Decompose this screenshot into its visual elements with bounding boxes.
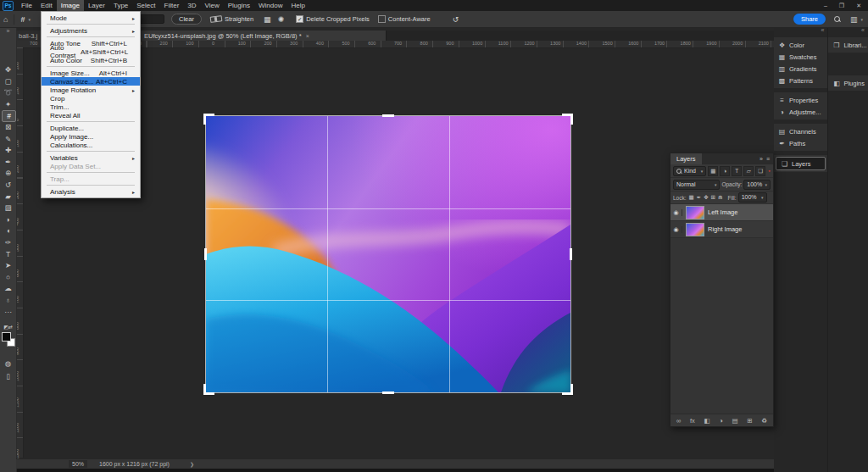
dock-panel-paths[interactable]: ✒Paths <box>774 137 827 149</box>
crop-settings-gear-icon[interactable]: ✺ <box>278 15 285 24</box>
menubar-item-image[interactable]: Image <box>57 0 84 11</box>
layer-row[interactable]: ◉ Right Image <box>670 221 773 238</box>
crop-handle-right[interactable] <box>570 248 572 260</box>
menubar-item-edit[interactable]: Edit <box>36 0 57 11</box>
menubar-item-help[interactable]: Help <box>287 0 309 11</box>
layer-visibility-eye-icon[interactable]: ◉ <box>670 209 682 216</box>
menu-item-image-size[interactable]: Image Size...Alt+Ctrl+I <box>42 69 140 77</box>
frame-tool[interactable]: ⊠ <box>2 122 14 132</box>
marquee-tool[interactable]: ▢ <box>2 76 14 86</box>
filter-type-icon[interactable]: ▦ <box>708 166 718 176</box>
shape-tool[interactable]: ○ <box>2 272 14 282</box>
search-icon[interactable] <box>834 16 840 22</box>
layer-effects-icon[interactable]: fx <box>690 417 695 425</box>
menubar-item-plugins[interactable]: Plugins <box>224 0 254 11</box>
crop-handle-left[interactable] <box>204 248 207 260</box>
eyedropper-tool[interactable]: ✎ <box>2 134 14 144</box>
zoom-tool[interactable]: ♁ <box>2 295 14 305</box>
menubar-item-window[interactable]: Window <box>254 0 287 11</box>
menu-item-apply-data-set[interactable]: Apply Data Set... <box>42 162 140 170</box>
blend-mode-dropdown[interactable]: Normal ▾ <box>673 180 720 190</box>
path-selection-tool[interactable]: ➤ <box>2 260 14 270</box>
dock-panel-patterns[interactable]: ▩Patterns <box>774 75 827 86</box>
menu-item-reveal-all[interactable]: Reveal All <box>42 111 140 119</box>
menu-item-auto-color[interactable]: Auto ColorShift+Ctrl+B <box>42 56 140 64</box>
menu-item-calculations[interactable]: Calculations... <box>42 141 140 149</box>
dock-panel-properties[interactable]: ≡Properties <box>774 94 827 106</box>
clone-stamp-tool[interactable]: ⊕ <box>2 168 14 178</box>
restore-button-icon[interactable]: ❐ <box>839 3 844 9</box>
menubar-item-layer[interactable]: Layer <box>84 0 109 11</box>
swap-colors-icon[interactable]: ◩⇄ <box>2 321 14 331</box>
menu-item-adjustments[interactable]: Adjustments▸ <box>42 26 140 35</box>
delete-layer-icon[interactable]: ♻ <box>761 417 767 425</box>
straighten-icon[interactable] <box>209 15 222 23</box>
menubar-item-3d[interactable]: 3D <box>183 0 200 11</box>
layer-thumbnail[interactable] <box>686 223 704 236</box>
layers-panel-tab[interactable]: Layers <box>670 153 702 164</box>
foreground-color-swatch[interactable] <box>2 332 11 342</box>
status-options-chevron-icon[interactable]: ❯ <box>190 461 194 467</box>
brush-tool[interactable]: ✒ <box>2 157 14 167</box>
crop-handle-bottom[interactable] <box>382 391 394 394</box>
menu-item-image-rotation[interactable]: Image Rotation▸ <box>42 86 140 94</box>
layer-visibility-eye-icon[interactable]: ◉ <box>670 226 682 233</box>
filter-type-icon[interactable]: ▱ <box>743 166 754 176</box>
close-button-icon[interactable]: ✕ <box>856 3 861 9</box>
filter-kind-dropdown[interactable]: Kind ▾ <box>673 166 706 176</box>
move-tool[interactable]: ✥ <box>2 64 14 75</box>
dodge-tool[interactable]: ◖ <box>2 225 14 236</box>
workspace-icon[interactable]: ▥ <box>850 15 858 24</box>
menubar-item-file[interactable]: File <box>17 0 36 11</box>
close-tab-icon[interactable]: × <box>306 33 309 39</box>
panel-menu-icon[interactable]: ≡ <box>766 156 770 162</box>
lock-option-icon[interactable]: ⊞ <box>710 194 716 201</box>
crop-handle-top[interactable] <box>382 114 394 117</box>
dock-panel-gradients[interactable]: ▥Gradients <box>774 63 827 75</box>
pen-tool[interactable]: ✑ <box>2 237 14 247</box>
filter-type-icon[interactable]: T <box>732 166 742 176</box>
crop-handle-top-left[interactable] <box>203 114 214 125</box>
fill-dropdown[interactable]: 100% ▾ <box>738 192 767 203</box>
menubar-item-select[interactable]: Select <box>132 0 159 11</box>
menu-item-analysis[interactable]: Analysis▸ <box>42 187 140 196</box>
crop-tool[interactable]: # <box>2 110 16 122</box>
share-button[interactable]: Share <box>793 14 826 25</box>
collapse-dock-icon[interactable]: « <box>774 27 827 37</box>
blur-tool[interactable]: ◗ <box>2 214 14 225</box>
crop-handle-top-right[interactable] <box>562 114 573 125</box>
menu-item-duplicate[interactable]: Duplicate... <box>42 124 140 132</box>
healing-brush-tool[interactable]: ✚ <box>2 145 14 155</box>
clear-button[interactable]: Clear <box>171 14 202 25</box>
collapse-tools-icon[interactable]: » <box>0 28 16 34</box>
dock-panel-adjustme[interactable]: ◑Adjustme... <box>774 106 827 118</box>
screen-mode-icon[interactable]: ▯ <box>2 371 14 381</box>
menu-item-mode[interactable]: Mode▸ <box>42 14 140 22</box>
dock-panel-plugins[interactable]: ◧Plugins <box>828 77 868 89</box>
crop-tool-icon[interactable]: # <box>20 15 25 24</box>
menu-item-trap[interactable]: Trap... <box>42 175 140 183</box>
lock-option-icon[interactable]: ▦ <box>688 194 695 201</box>
quick-mask-icon[interactable]: ◍ <box>2 358 14 369</box>
dock-panel-layers[interactable]: ❏Layers <box>776 157 826 170</box>
new-layer-icon[interactable]: ⊞ <box>747 417 752 425</box>
crop-handle-bottom-left[interactable] <box>203 384 214 395</box>
lock-option-icon[interactable]: ⋒ <box>717 194 723 201</box>
history-brush-tool[interactable]: ↺ <box>2 180 14 190</box>
content-aware-checkbox[interactable] <box>378 15 386 23</box>
menubar-item-view[interactable]: View <box>201 0 224 11</box>
crop-handle-bottom-right[interactable] <box>562 384 573 395</box>
lasso-tool[interactable]: ➰ <box>2 87 14 97</box>
menu-item-apply-image[interactable]: Apply Image... <box>42 132 140 141</box>
delete-cropped-pixels-checkbox[interactable]: ✓ <box>296 15 303 23</box>
lock-option-icon[interactable]: ✒ <box>696 194 702 201</box>
gradient-tool[interactable]: ▨ <box>2 203 14 213</box>
collapse-dock-icon[interactable]: « <box>828 27 868 37</box>
layer-row[interactable]: ◉ Left Image <box>670 204 773 221</box>
quick-selection-tool[interactable]: ✦ <box>2 99 14 109</box>
dock-panel-channels[interactable]: ▤Channels <box>774 125 827 137</box>
more-tools-ellipsis[interactable]: ⋯ <box>2 307 14 317</box>
zoom-level-field[interactable]: 50% <box>69 460 87 468</box>
menu-item-canvas-size[interactable]: Canvas Size...Alt+Ctrl+C <box>42 77 140 86</box>
dock-panel-swatches[interactable]: ▦Swatches <box>774 51 827 63</box>
